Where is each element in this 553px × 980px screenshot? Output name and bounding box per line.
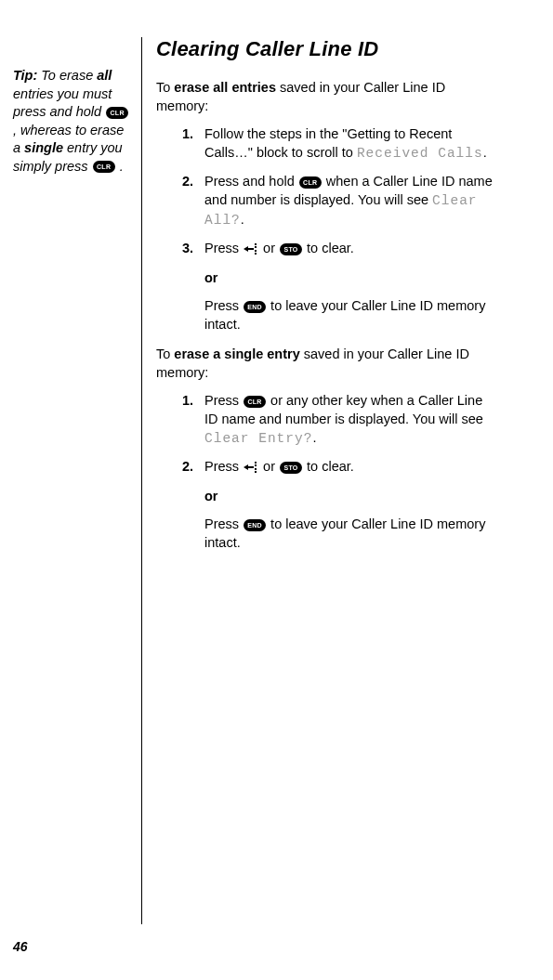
sidebar-tip: Tip: To erase all entries you must press… [13,67,132,176]
tip-bold-all: all [97,68,112,83]
or-block: or Press END to leave your Caller Line I… [156,268,495,333]
clr-key-icon: CLR [299,176,322,189]
end-key-icon: END [244,519,266,531]
main-content: Clearing Caller Line ID To erase all ent… [156,37,516,552]
step-item: 1. Press CLR or any other key when a Cal… [182,391,495,448]
screen-text: Clear Entry? [204,431,312,446]
or-text: Press END to leave your Caller Line ID m… [204,515,495,552]
intro-erase-all: To erase all entries saved in your Calle… [156,78,495,115]
clr-key-icon: CLR [106,107,128,119]
sto-key-icon: STO [280,243,302,255]
arrow-left-icon [244,461,258,474]
screen-text: Received Calls [357,146,483,161]
arrow-left-icon [244,242,258,255]
tip-text: To erase [37,68,97,83]
step-item: 2. Press or STO to clear. [182,457,495,476]
sto-key-icon: STO [280,462,302,474]
clr-key-icon: CLR [244,396,266,408]
clr-key-icon: CLR [93,161,115,173]
intro-erase-single: To erase a single entry saved in your Ca… [156,345,495,382]
or-text: Press END to leave your Caller Line ID m… [204,296,495,333]
or-label: or [204,487,495,505]
page: Tip: To erase all entries you must press… [0,0,553,980]
tip-text: . [116,159,124,174]
tip-text: entries you must press and hold [13,86,112,120]
tip-bold-single: single [24,140,63,155]
tip-label: Tip: [13,68,37,83]
or-block: or Press END to leave your Caller Line I… [156,487,495,552]
step-item: 3. Press or STO to clear. [182,239,495,257]
or-label: or [204,268,495,287]
vertical-divider [141,37,142,924]
steps-erase-single: 1. Press CLR or any other key when a Cal… [156,391,495,476]
body-text: To erase all entries saved in your Calle… [156,78,495,552]
page-title: Clearing Caller Line ID [156,37,495,61]
end-key-icon: END [244,301,266,313]
steps-erase-all: 1. Follow the steps in the "Getting to R… [156,124,495,257]
step-item: 2. Press and hold CLR when a Caller Line… [182,172,495,229]
step-item: 1. Follow the steps in the "Getting to R… [182,124,495,163]
page-number: 46 [13,939,28,954]
